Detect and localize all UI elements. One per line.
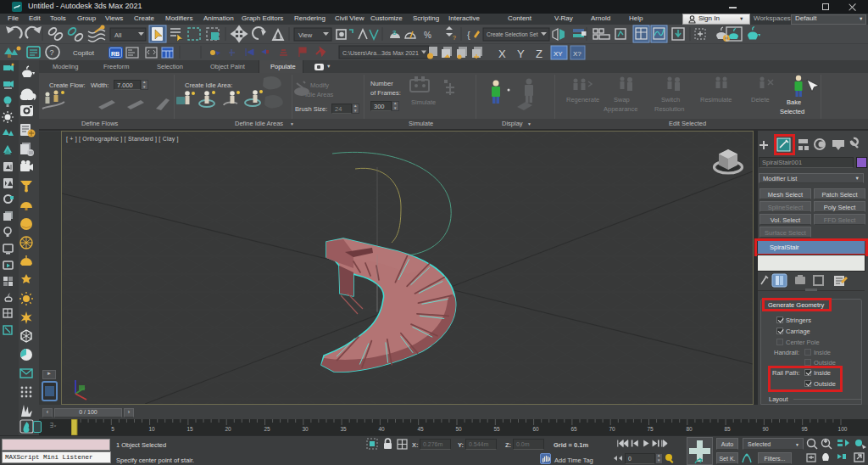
svg-text:Z: Z	[536, 48, 542, 60]
svg-text:Copilot: Copilot	[73, 49, 95, 57]
svg-text:?: ?	[453, 35, 456, 41]
svg-text:C:\Users\Ara...3ds Max 2021: C:\Users\Ara...3ds Max 2021	[342, 50, 419, 56]
svg-text:%: %	[424, 31, 431, 40]
svg-text:Y: Y	[517, 48, 525, 60]
svg-text:{: {	[467, 30, 470, 40]
svg-text:View: View	[298, 31, 313, 39]
svg-text:Create Selection Set: Create Selection Set	[487, 31, 538, 37]
svg-text:X: X	[498, 48, 506, 60]
svg-text:RB: RB	[111, 51, 120, 57]
svg-text:?: ?	[50, 48, 54, 57]
svg-text:3: 3	[392, 29, 397, 36]
svg-text:XY: XY	[554, 50, 563, 58]
svg-text:X?: X?	[573, 50, 581, 58]
svg-text:All: All	[114, 31, 122, 39]
